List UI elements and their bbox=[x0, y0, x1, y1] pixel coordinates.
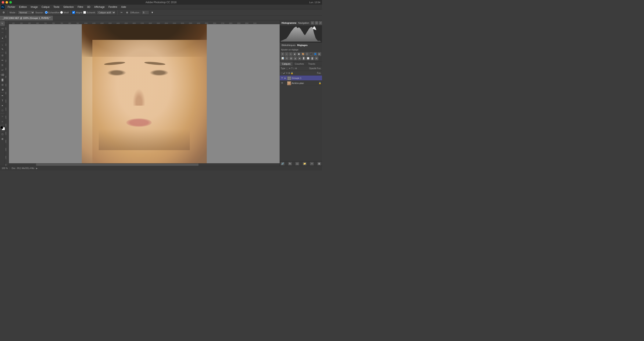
menu-3d[interactable]: 3D bbox=[85, 5, 92, 9]
gradient-map-icon[interactable]: ▊ bbox=[302, 56, 306, 60]
filter-shape-icon[interactable]: □ bbox=[293, 67, 294, 70]
status-arrow[interactable]: ▶ bbox=[36, 167, 38, 169]
hue-saturation-icon[interactable]: 🎨 bbox=[301, 52, 305, 56]
gradient-tool[interactable]: ▓ bbox=[0, 77, 5, 82]
crop-tool[interactable]: ⌞ bbox=[0, 42, 5, 47]
lasso-tool[interactable]: ⌒ bbox=[0, 31, 5, 36]
lock-transparent-icon[interactable]: ⬚ bbox=[281, 72, 282, 74]
echantil-checkbox[interactable] bbox=[83, 11, 86, 14]
threshold-icon[interactable]: ◭ bbox=[294, 56, 297, 60]
menu-fenetre[interactable]: Fenêtre bbox=[107, 5, 119, 9]
scroll-thumb-horizontal[interactable] bbox=[36, 164, 198, 166]
brush-tool[interactable]: ✏ bbox=[0, 58, 5, 63]
gradient-fill-icon[interactable]: ▓ bbox=[310, 56, 314, 60]
image-canvas[interactable] bbox=[9, 24, 280, 166]
color-lookup-icon[interactable]: 📊 bbox=[281, 56, 284, 60]
layer-row-groupe1[interactable]: 👁 ▶ Groupe 1 bbox=[280, 76, 322, 81]
blur-tool[interactable]: ◎ bbox=[0, 82, 5, 87]
menu-calque[interactable]: Calque bbox=[40, 5, 51, 9]
rectangular-marquee-tool[interactable]: ▭ bbox=[0, 26, 5, 31]
delete-layer-btn[interactable]: 🗑 bbox=[317, 162, 321, 165]
filter-smart-icon[interactable]: ⚙ bbox=[295, 67, 297, 70]
lock-artboards-icon[interactable]: ⊞ bbox=[288, 72, 290, 74]
menu-aide[interactable]: Aide bbox=[119, 5, 128, 9]
rectangle-tool[interactable]: □ bbox=[0, 108, 5, 113]
menu-edition[interactable]: Edition bbox=[17, 5, 28, 9]
new-layer-btn[interactable]: + bbox=[310, 162, 314, 165]
add-style-btn[interactable]: fx bbox=[288, 162, 292, 165]
history-brush-tool[interactable]: ↩ bbox=[0, 68, 5, 72]
menu-filtre[interactable]: Filtre bbox=[76, 5, 85, 9]
diffusion-input[interactable] bbox=[142, 11, 149, 15]
new-group-btn[interactable]: 📁 bbox=[303, 162, 306, 165]
filter-pixel-icon[interactable]: ⬚ bbox=[286, 67, 288, 70]
move-tool[interactable]: ↖ bbox=[0, 21, 5, 26]
hand-tool[interactable]: ☞ bbox=[0, 114, 5, 119]
zoom-tool[interactable]: ⌕ bbox=[0, 119, 5, 124]
tool-options-icon[interactable]: ⚙ bbox=[1, 10, 6, 15]
eraser-tool[interactable]: ⌫ bbox=[0, 73, 5, 77]
panel-info-icon[interactable]: ⓘ bbox=[315, 21, 318, 25]
posterize-icon[interactable]: ▤ bbox=[289, 56, 293, 60]
brightness-contrast-icon[interactable]: ☀ bbox=[281, 52, 284, 56]
diffusion-arrow[interactable]: ▼ bbox=[150, 10, 155, 15]
source-echantillon-radio[interactable] bbox=[45, 11, 48, 14]
pen-tool[interactable]: ✒ bbox=[0, 93, 5, 98]
foreground-color-swatch[interactable] bbox=[0, 126, 3, 129]
invert-icon[interactable]: ⊙ bbox=[285, 56, 289, 60]
link-layers-btn[interactable]: 🔗 bbox=[281, 162, 284, 165]
stamp-tool[interactable]: ⎘ bbox=[0, 63, 5, 68]
menu-image[interactable]: Image bbox=[29, 5, 40, 9]
clone-icon[interactable]: ⊕ bbox=[125, 10, 130, 15]
quick-mask-tool[interactable]: ◻ bbox=[0, 132, 5, 136]
canvas-hscrollbar[interactable] bbox=[9, 163, 280, 166]
calque-actif-select[interactable]: Calque actif Tous les calques bbox=[96, 11, 116, 15]
menu-fichier[interactable]: Fichier bbox=[6, 5, 17, 9]
navigation-tab[interactable]: Navigation bbox=[298, 22, 309, 24]
eyedropper-tool[interactable]: ✎ bbox=[0, 47, 5, 52]
bw-icon[interactable]: ⬛ bbox=[309, 52, 313, 56]
channel-mixer-icon[interactable]: ⊞ bbox=[318, 52, 321, 56]
color-swatches[interactable] bbox=[0, 126, 5, 130]
aligned-checkbox[interactable] bbox=[72, 11, 75, 14]
layer-visibility-arriere-plan[interactable]: 👁 bbox=[281, 82, 284, 85]
traces-tab[interactable]: Tracés bbox=[306, 62, 317, 66]
photo-filter-icon[interactable]: 🔵 bbox=[313, 52, 317, 56]
lock-position-icon[interactable]: ✛ bbox=[286, 72, 288, 74]
layer-row-arriere-plan[interactable]: 👁 bbox=[280, 81, 322, 86]
doc-tab[interactable]: _DSC1966.NEF @ 100% (Groupe 1, RVB/8) * bbox=[0, 16, 53, 20]
exposure-icon[interactable]: ◐ bbox=[293, 52, 296, 56]
dodge-tool[interactable]: ◑ bbox=[0, 87, 5, 92]
panel-expand-icon[interactable]: ⤢ bbox=[319, 21, 322, 25]
healing-options-icon[interactable]: ✂ bbox=[119, 10, 124, 15]
histogram-tab[interactable]: Histogramme bbox=[282, 22, 296, 24]
healing-brush-tool[interactable]: ⊙ bbox=[0, 53, 5, 58]
minimize-button[interactable] bbox=[6, 1, 8, 4]
screen-mode-tool[interactable]: ⊞ bbox=[0, 137, 5, 141]
lock-image-icon[interactable]: 🖌 bbox=[283, 72, 285, 74]
filter-adjustment-icon[interactable]: ☀ bbox=[289, 67, 291, 70]
calques-tab[interactable]: Calques bbox=[280, 62, 292, 66]
layer-visibility-groupe1[interactable]: 👁 bbox=[281, 77, 284, 80]
solid-color-icon[interactable]: ⬜ bbox=[306, 56, 310, 60]
vibrance-icon[interactable]: ⬟ bbox=[297, 52, 300, 56]
panel-menu-icon[interactable]: ▷ bbox=[311, 21, 314, 25]
layer-expand-arrow[interactable]: ▶ bbox=[284, 77, 286, 79]
mode-select[interactable]: Normal Eclaircir Assombrir bbox=[18, 11, 34, 15]
type-tool[interactable]: T bbox=[0, 98, 5, 103]
close-button[interactable] bbox=[2, 1, 4, 4]
source-motif-radio[interactable] bbox=[60, 11, 63, 14]
pattern-icon[interactable]: ⊞ bbox=[314, 56, 318, 60]
couches-tab[interactable]: Couches bbox=[292, 62, 306, 66]
libraries-tab[interactable]: Bibliothèques bbox=[282, 44, 296, 47]
maximize-button[interactable] bbox=[9, 1, 12, 4]
reglages-tab[interactable]: Réglages bbox=[297, 44, 308, 47]
lock-all-icon[interactable]: 🔒 bbox=[291, 72, 293, 74]
levels-icon[interactable]: ▪ bbox=[285, 52, 288, 56]
selective-color-icon[interactable]: ◈ bbox=[298, 56, 302, 60]
color-balance-icon[interactable]: ⬡ bbox=[305, 52, 309, 56]
menu-affichage[interactable]: Affichage bbox=[92, 5, 106, 9]
add-mask-btn[interactable]: ◻ bbox=[295, 162, 299, 165]
magic-wand-tool[interactable]: ✦ bbox=[0, 36, 5, 41]
menu-selection[interactable]: Sélection bbox=[62, 5, 76, 9]
